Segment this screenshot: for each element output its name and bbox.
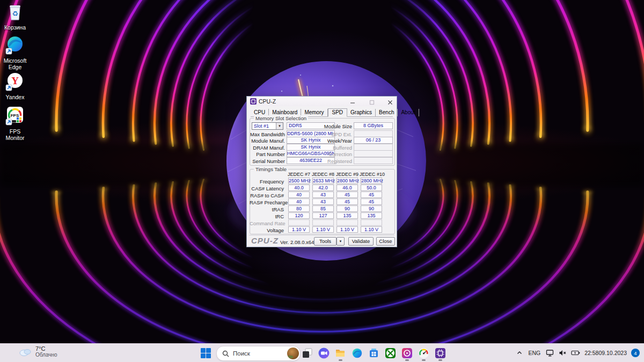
field-label: Max Bandwidth bbox=[250, 131, 285, 137]
media-player-icon bbox=[401, 348, 413, 359]
xbox-button[interactable] bbox=[383, 345, 398, 360]
timing-cell: 1.10 V bbox=[361, 226, 382, 233]
search-icon bbox=[222, 350, 229, 357]
tab-spd[interactable]: SPD bbox=[328, 108, 348, 117]
row-label: CAS# Latency bbox=[250, 186, 284, 191]
slot-select-dropdown[interactable]: Slot #1 ▼ bbox=[252, 122, 283, 130]
svg-text:♻: ♻ bbox=[12, 10, 18, 18]
timing-cell: 43 bbox=[312, 191, 334, 198]
timing-cell: 120 bbox=[288, 212, 310, 219]
chat-icon bbox=[318, 348, 330, 359]
timing-cell: 42.0 bbox=[312, 184, 334, 191]
start-button[interactable] bbox=[198, 345, 213, 360]
timing-cell: 40 bbox=[288, 198, 310, 205]
windows-logo-icon bbox=[201, 348, 211, 358]
network-button[interactable] bbox=[544, 345, 557, 360]
system-tray: ENG 22:58 09.10.2023 4 bbox=[514, 344, 644, 362]
column-header: JEDEC #10 bbox=[360, 172, 383, 177]
cpuz-taskbar-button[interactable] bbox=[433, 345, 448, 360]
volume-button[interactable] bbox=[557, 345, 569, 360]
file-explorer-icon bbox=[334, 347, 346, 359]
timing-cell: 1.10 V bbox=[288, 226, 310, 233]
cpuz-window: CPU-Z CPU Mainboard Memory SPD Graphics … bbox=[246, 96, 397, 247]
microsoft-store-button[interactable] bbox=[366, 345, 381, 360]
window-title: CPU-Z bbox=[259, 98, 276, 105]
timing-cell: 2633 MHz bbox=[312, 178, 334, 184]
fps-monitor-icon: FPS bbox=[5, 106, 25, 125]
volume-muted-icon bbox=[559, 349, 567, 357]
edge-icon bbox=[5, 35, 25, 55]
svg-text:FPS: FPS bbox=[11, 113, 19, 118]
edge-taskbar-icon bbox=[352, 348, 363, 359]
tab-graphics[interactable]: Graphics bbox=[347, 109, 376, 116]
week-year-field: 06 / 23 bbox=[354, 137, 393, 144]
timing-cell: 2500 MHz bbox=[288, 178, 310, 184]
close-button[interactable]: Close bbox=[376, 237, 395, 246]
desktop-icon-recycle-bin[interactable]: ♻ Корзина bbox=[1, 2, 30, 31]
tools-dropdown-button[interactable]: ▼ bbox=[336, 237, 345, 246]
running-indicator-cpuz bbox=[438, 359, 442, 361]
validate-button[interactable]: Validate bbox=[348, 237, 374, 246]
yandex-icon: Y bbox=[5, 72, 25, 91]
field-label: Week/Year bbox=[317, 138, 352, 144]
edge-button[interactable] bbox=[349, 345, 364, 360]
slot-select-value: Slot #1 bbox=[254, 123, 269, 129]
timing-cell: 90 bbox=[361, 205, 382, 212]
column-header: JEDEC #7 bbox=[287, 172, 311, 177]
running-indicator-fps-monitor bbox=[422, 359, 426, 361]
task-view-button[interactable] bbox=[299, 345, 314, 360]
task-view-icon bbox=[302, 348, 312, 358]
timing-cell: 40.0 bbox=[288, 184, 310, 191]
timing-cell: 43 bbox=[312, 198, 334, 205]
svg-text:Y: Y bbox=[11, 75, 19, 86]
desktop-icon-yandex[interactable]: Y Yandex bbox=[1, 72, 30, 101]
correction-field bbox=[354, 150, 393, 157]
network-icon bbox=[546, 349, 554, 357]
close-window-button[interactable] bbox=[384, 98, 396, 105]
fps-monitor-button[interactable] bbox=[416, 345, 431, 360]
clock[interactable]: 22:58 09.10.2023 bbox=[582, 345, 629, 360]
cpuz-taskbar-icon bbox=[435, 348, 446, 359]
desktop-icon-label: Yandex bbox=[1, 94, 30, 101]
language-indicator[interactable]: ENG bbox=[525, 345, 544, 360]
desktop-icon-fps-monitor[interactable]: FPS FPS Monitor bbox=[1, 106, 30, 141]
timing-cell bbox=[336, 219, 358, 226]
clock-date: 09.10.2023 bbox=[598, 350, 627, 356]
version-text: Ver. 2.08.0.x64 bbox=[280, 239, 314, 245]
chevron-up-icon bbox=[516, 350, 523, 356]
file-explorer-button[interactable] bbox=[333, 345, 348, 360]
row-label: RAS# to CAS# bbox=[250, 193, 284, 198]
battery-button[interactable] bbox=[569, 345, 582, 360]
battery-charging-icon bbox=[571, 350, 580, 356]
dropdown-arrow-icon: ▼ bbox=[276, 123, 283, 129]
timing-cell: 50.0 bbox=[361, 184, 382, 191]
notification-badge[interactable]: 4 bbox=[631, 349, 640, 357]
row-label: tRAS bbox=[250, 206, 284, 212]
microsoft-store-icon bbox=[368, 348, 379, 359]
desktop-icon-edge[interactable]: Microsoft Edge bbox=[1, 35, 30, 70]
tab-bench[interactable]: Bench bbox=[376, 109, 398, 116]
media-player-button[interactable] bbox=[399, 345, 414, 360]
maximize-button[interactable] bbox=[366, 98, 378, 105]
timing-cell bbox=[361, 219, 382, 226]
timing-cell: 1.10 V bbox=[312, 226, 334, 233]
tab-about[interactable]: About bbox=[398, 109, 419, 116]
tools-button[interactable]: Tools bbox=[314, 237, 336, 246]
field-label: Correction bbox=[317, 151, 352, 157]
minimize-button[interactable] bbox=[347, 98, 358, 105]
search-placeholder: Поиск bbox=[233, 350, 250, 357]
chat-button[interactable] bbox=[316, 345, 331, 360]
field-label: Module Manuf. bbox=[250, 138, 285, 144]
field-label: Buffered bbox=[317, 145, 352, 151]
column-header: JEDEC #9 bbox=[335, 172, 359, 177]
running-indicator-media-player bbox=[405, 359, 409, 361]
recycle-bin-icon: ♻ bbox=[5, 2, 25, 21]
hidden-icons-button[interactable] bbox=[514, 345, 525, 360]
title-bar[interactable]: CPU-Z bbox=[247, 97, 397, 106]
desktop-icon-label: FPS Monitor bbox=[1, 129, 30, 141]
module-size-field: 8 GBytes bbox=[354, 122, 393, 129]
row-label: tRC bbox=[250, 213, 284, 219]
search-input[interactable]: Поиск bbox=[216, 346, 301, 361]
timing-cell: 45 bbox=[336, 198, 358, 205]
weather-widget[interactable]: 7°C Облачно bbox=[18, 345, 57, 358]
